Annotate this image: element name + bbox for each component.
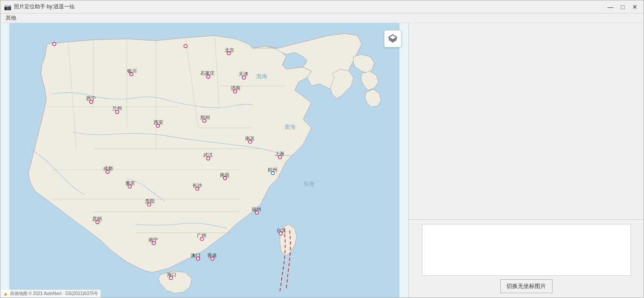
title-bar: 📷 照片定位助手 by:逍遥一仙 — □ ✕: [0, 0, 644, 13]
main-content: 渤海 黄海 东海 北京 天津 石家庄 银川 西宁: [0, 23, 644, 298]
minimize-button[interactable]: —: [605, 3, 616, 11]
svg-point-75: [53, 42, 56, 46]
svg-text:上海: 上海: [275, 151, 284, 156]
svg-text:兰州: 兰州: [112, 106, 122, 111]
menu-bar: 其他: [0, 13, 644, 23]
svg-text:南宁: 南宁: [148, 237, 158, 242]
svg-text:广州: 广州: [197, 233, 206, 238]
svg-text:贵阳: 贵阳: [145, 198, 155, 204]
map-area[interactable]: 渤海 黄海 东海 北京 天津 石家庄 银川 西宁: [0, 23, 408, 298]
image-preview: [422, 224, 631, 276]
map-svg: 渤海 黄海 东海 北京 天津 石家庄 银川 西宁: [0, 23, 408, 298]
svg-text:石家庄: 石家庄: [200, 70, 215, 76]
app-title: 照片定位助手 by:逍遥一仙: [14, 3, 74, 10]
svg-text:澳门: 澳门: [191, 253, 200, 258]
title-bar-controls: — □ ✕: [605, 3, 640, 11]
app-icon: 📷: [4, 3, 11, 10]
svg-text:成都: 成都: [103, 166, 113, 171]
bohai-label: 渤海: [256, 74, 267, 80]
svg-text:北京: 北京: [225, 47, 234, 53]
maximize-button[interactable]: □: [617, 3, 628, 11]
map-attribution: ▲ 高德地图 © 2021 AutoNavi · GS(2021)6375号: [0, 290, 101, 298]
yellow-sea-label: 黄海: [284, 124, 296, 130]
right-panel-top: [409, 23, 644, 219]
svg-text:香港: 香港: [207, 253, 217, 258]
east-sea-label: 东海: [303, 181, 314, 187]
svg-text:郑州: 郑州: [200, 115, 210, 120]
map-credit: 高德地图 © 2021 AutoNavi · GS(2021)6375号: [10, 291, 98, 297]
svg-text:济南: 济南: [231, 85, 240, 90]
svg-text:长沙: 长沙: [192, 183, 202, 188]
title-bar-left: 📷 照片定位助手 by:逍遥一仙: [4, 3, 74, 10]
svg-text:昆明: 昆明: [92, 216, 102, 221]
svg-text:天津: 天津: [239, 71, 248, 77]
close-button[interactable]: ✕: [630, 3, 640, 11]
switch-no-coord-button[interactable]: 切换无坐标图片: [500, 279, 553, 293]
svg-text:南京: 南京: [245, 136, 255, 141]
svg-text:杭州: 杭州: [267, 167, 277, 172]
map-logo: ▲: [3, 291, 8, 297]
menu-item-other[interactable]: 其他: [2, 13, 20, 23]
svg-text:台北: 台北: [276, 228, 286, 233]
svg-text:西安: 西安: [154, 120, 163, 125]
svg-text:海口: 海口: [167, 272, 176, 277]
svg-text:西宁: 西宁: [86, 96, 96, 101]
svg-text:福州: 福州: [252, 207, 261, 212]
layers-icon: [388, 34, 398, 44]
main-window: 📷 照片定位助手 by:逍遥一仙 — □ ✕ 其他: [0, 0, 644, 298]
svg-text:重庆: 重庆: [125, 181, 135, 186]
svg-text:武汉: 武汉: [203, 152, 213, 157]
layer-button[interactable]: [384, 30, 401, 47]
svg-text:银川: 银川: [127, 68, 137, 74]
svg-text:南昌: 南昌: [220, 172, 229, 177]
right-panel: 切换无坐标图片: [408, 23, 644, 298]
svg-point-76: [184, 44, 187, 48]
right-panel-bottom: 切换无坐标图片: [409, 219, 644, 298]
